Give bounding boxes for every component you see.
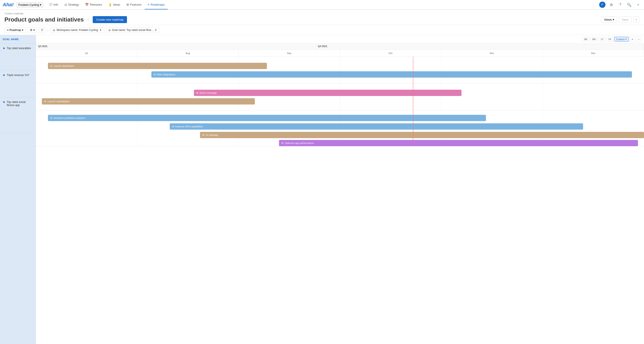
nav-item-strategy[interactable]: ◎ Strategy [61,0,82,10]
nav-item-ideas[interactable]: 💡 Ideas [105,0,124,10]
settings-icon[interactable]: ⚙ [608,2,614,8]
sidebar-row-fitness: ⚑ Top rated social fitness app [0,97,36,133]
sort-icon: ⇕ [155,29,157,32]
bar-launch-dashboard[interactable]: ⚙ Launch dashboard [48,63,267,69]
nav-item-releases[interactable]: 📅 Releases [82,0,105,10]
bar-event-coverage[interactable]: ⚙ Event coverage [194,90,462,96]
nav-item-info[interactable]: ⓘ Info [46,0,61,10]
roadmap-icon: ≡ [7,29,8,32]
page-header: Custom roadmap Product goals and initiat… [0,10,644,25]
add-icon[interactable]: + [635,2,641,8]
features-icon: ⊞ [126,3,129,6]
strategy-icon: ◎ [64,3,67,6]
goal-flag-icon: ⚑ [3,74,5,77]
nav-label-roadmaps: Roadmaps [150,3,164,6]
zoom-out-button[interactable]: − [636,37,641,42]
separator: | [48,28,48,32]
bar-label: Event coverage [200,91,216,94]
nav-label-releases: Releases [90,3,102,6]
bar-label: Improve GPS capabilities [175,125,203,128]
bar-label: Optimize app performance [284,142,314,144]
page-title-row: Product goals and initiatives ☆ Create n… [4,16,640,23]
month-dec: Dec [542,50,644,56]
nav-label-info: Info [53,3,58,6]
chevron-down-icon: ▾ [626,38,627,41]
settings-gear-button[interactable]: ⚙ ▾ [28,27,37,33]
goal-filter-label: Goal name: Top rated social fitne... [112,29,154,32]
time-3m-button[interactable]: 3M [582,37,589,42]
month-sep: Sep [238,50,340,56]
bar-label: Launch marketplace [48,100,70,103]
bar-new-integrations[interactable]: ⚙ New integrations [151,71,632,78]
toolbar: ≡ Roadmap ▾ ⚙ ▾ ▽ | ◎ Workspace name: Fr… [0,25,644,35]
gantt-row-fitness: ⚙ Introduce predictive analytics ⚙ Impro… [36,110,644,146]
bar-icon: ⚙ [44,100,46,103]
filter-button[interactable]: ▽ [39,27,45,33]
nav-item-roadmaps[interactable]: ≡ Roadmaps [145,0,168,10]
workspace-filter-pill[interactable]: ◎ Workspace name: Fredwin Cycling ⇕ [50,27,104,33]
roadmap-button[interactable]: ≡ Roadmap ▾ [4,27,26,33]
time-custom-button[interactable]: Custom ▾ [614,37,629,42]
nav-item-features[interactable]: ⊞ Features [124,0,145,10]
gantt-row-wearables: ⚙ Launch dashboard ⚙ New integrations [36,57,644,83]
bar-label: Launch dashboard [54,65,74,67]
time-fit-button[interactable]: Fit [606,37,613,42]
top-nav: Aha! Fredwin Cycling ▾ ⓘ Info ◎ Strategy… [0,0,644,10]
sidebar-row-revenue: ⚑ Triple revenue YoY [0,70,36,97]
bar-icon: ⚙ [50,65,52,68]
create-roadmap-button[interactable]: Create new roadmap [93,16,127,23]
views-label: Views [604,18,612,21]
month-nov: Nov [441,50,543,56]
month-headers: Jul Aug Sep Oct Nov Dec [36,50,644,57]
avatar[interactable]: F [599,2,606,8]
timeline: 3M 6M 1Y Fit Custom ▾ + − Q3 2021 Q4 202… [36,35,644,344]
quarter-headers: Q3 2021 Q4 2021 [36,44,644,50]
workspace-filter-label: Workspace name: Fredwin Cycling [56,29,98,32]
releases-icon: 📅 [85,3,89,6]
sidebar: Goal name ⚑ Top rated wearables ⚑ Triple… [0,35,36,344]
goal-flag-icon: ⚑ [3,47,5,50]
export-button[interactable]: ↑ [633,16,640,23]
zoom-in-button[interactable]: + [630,37,635,42]
nav-right: F ⚙ ? 🔍 + [599,2,641,8]
target-icon: ◎ [108,29,110,32]
time-1y-button[interactable]: 1Y [598,37,606,42]
save-button[interactable]: Save [619,16,632,23]
ideas-icon: 💡 [108,3,112,6]
bar-label: New integrations [157,73,175,76]
nav-label-ideas: Ideas [113,3,120,6]
chevron-down-icon: ▾ [40,3,42,7]
bar-label: Introduce predictive analytics [54,117,85,119]
roadmaps-icon: ≡ [148,3,150,6]
timeline-controls: 3M 6M 1Y Fit Custom ▾ + − [36,35,644,44]
month-jul: Jul [36,50,137,56]
star-icon[interactable]: ☆ [86,17,90,22]
filter-icon: ▽ [41,28,43,32]
bar-optimize-performance[interactable]: ⚙ Optimize app performance [279,140,638,146]
app-logo: Aha! [3,2,14,8]
gantt-row-revenue: ⚙ Event coverage ⚙ Launch marketplace [36,83,644,110]
bar-icon: ⚙ [50,117,52,119]
bar-improve-gps[interactable]: ⚙ Improve GPS capabilities [170,123,583,130]
bar-icon: ⚙ [281,142,284,145]
search-icon[interactable]: 🔍 [626,2,632,8]
time-6m-button[interactable]: 6M [590,37,598,42]
bar-ui-redesign[interactable]: ⚙ UI redesign [200,132,644,138]
info-icon: ⓘ [49,3,52,7]
quarter-q4: Q4 2021 [316,44,644,50]
bar-launch-marketplace[interactable]: ⚙ Launch marketplace [42,98,255,104]
help-icon[interactable]: ? [617,2,624,8]
nav-label-strategy: Strategy [68,3,79,6]
sidebar-row-wearables: ⚑ Top rated wearables [0,44,36,70]
bar-icon: ⚙ [172,125,174,128]
views-button[interactable]: Views ▾ [601,16,617,23]
quarter-q3: Q3 2021 [36,44,316,50]
bar-icon: ⚙ [202,134,204,136]
bar-introduce-analytics[interactable]: ⚙ Introduce predictive analytics [48,115,486,121]
workspace-selector[interactable]: Fredwin Cycling ▾ [16,2,44,8]
chevron-down-icon: ▾ [613,18,614,21]
roadmap-label: Roadmap [10,29,21,32]
bar-icon: ⚙ [196,91,198,94]
header-actions: Views ▾ Save ↑ [601,16,640,23]
goal-filter-pill[interactable]: ◎ Goal name: Top rated social fitne... ⇕ [106,27,160,33]
